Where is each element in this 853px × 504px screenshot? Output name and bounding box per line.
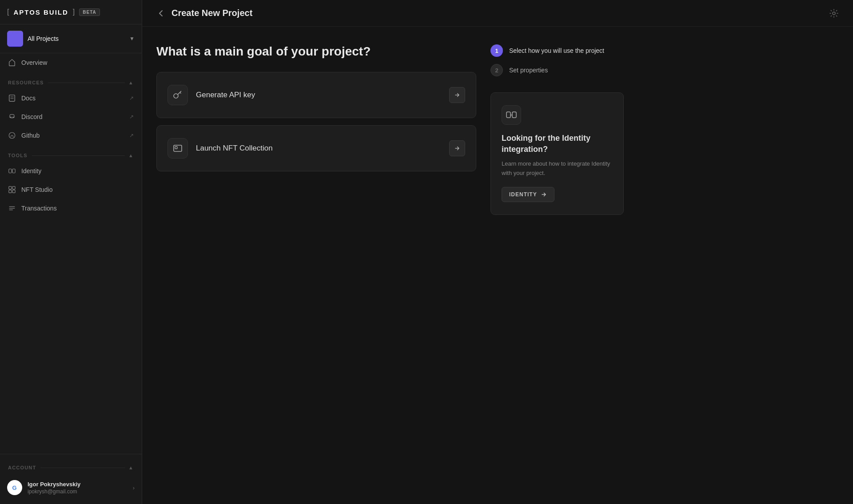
resources-label: RESOURCES [8,80,44,85]
option-generate-api-key[interactable]: Generate API key [156,72,476,118]
sidebar-item-discord[interactable]: Discord ↗ [0,107,142,126]
avatar: G [7,480,22,495]
sidebar-item-nft-studio[interactable]: NFT Studio [0,180,142,199]
chevron-up-icon[interactable]: ▲ [128,80,134,85]
step-1-number: 1 [490,44,503,57]
svg-rect-22 [506,112,510,118]
logo-text: APTOS BUILD [13,8,68,16]
logo-bracket-left: [ [7,8,9,16]
home-icon [8,59,16,67]
step-1-label: Select how you will use the project [509,47,604,54]
steps-list: 1 Select how you will use the project 2 … [490,44,624,76]
overview-label: Overview [21,59,47,66]
discord-icon [8,113,16,121]
chevron-down-icon: ▼ [129,36,135,42]
sidebar-item-github[interactable]: Github ↗ [0,126,142,145]
account-section-header: ACCOUNT ▲ [0,457,142,474]
top-bar: Create New Project [142,0,853,27]
identity-card-icon [502,105,521,125]
transactions-label: Transactions [21,205,57,212]
user-name: Igor Pokryshevskiy [28,481,128,488]
transactions-icon [8,204,16,212]
chevron-up-icon[interactable]: ▲ [128,465,134,470]
main-content: Create New Project What is a main goal o… [142,0,853,504]
svg-rect-12 [12,190,15,193]
all-projects-label: All Projects [28,35,125,42]
identity-card-title: Looking for the Identity integration? [502,133,613,155]
docs-icon [8,94,16,102]
step-2: 2 Set properties [490,64,624,76]
page-title: Create New Project [171,8,252,18]
all-projects-button[interactable]: All Projects ▼ [0,24,142,53]
arrow-icon [449,140,465,156]
sidebar: [ APTOS BUILD ] BETA All Projects ▼ Over… [0,0,142,504]
launch-nft-label: Launch NFT Collection [196,144,441,153]
identity-icon [8,167,16,175]
logo-bracket-right: ] [73,8,75,16]
svg-rect-10 [12,187,15,189]
svg-rect-9 [9,187,12,189]
docs-label: Docs [21,95,36,102]
settings-icon[interactable] [829,8,839,18]
discord-label: Discord [21,113,42,120]
svg-text:G: G [12,484,17,491]
external-link-icon: ↗ [129,95,134,101]
svg-point-19 [174,94,178,98]
back-button[interactable] [156,9,165,18]
nft-studio-icon [8,186,16,194]
identity-label: Identity [21,167,41,175]
project-icon [7,31,23,47]
github-icon [8,131,16,139]
svg-rect-6 [9,169,12,173]
tools-label: TOOLS [8,153,28,158]
user-info: Igor Pokryshevskiy ipokrysh@gmail.com [28,481,128,495]
sidebar-item-docs[interactable]: Docs ↗ [0,89,142,107]
arrow-icon [449,87,465,103]
right-panel: 1 Select how you will use the project 2 … [490,44,624,490]
top-bar-left: Create New Project [156,8,252,18]
user-row[interactable]: G Igor Pokryshevskiy ipokrysh@gmail.com … [0,474,142,501]
nft-icon [167,138,188,159]
beta-badge: BETA [79,8,100,16]
sidebar-logo: [ APTOS BUILD ] BETA [0,0,142,24]
step-1: 1 Select how you will use the project [490,44,624,57]
option-launch-nft[interactable]: Launch NFT Collection [156,125,476,171]
account-label: ACCOUNT [8,465,36,470]
identity-card-description: Learn more about how to integrate Identi… [502,159,613,178]
svg-rect-11 [9,190,12,193]
main-panel: What is a main goal of your project? Gen… [156,44,476,490]
section-divider [48,83,124,83]
sidebar-item-identity[interactable]: Identity [0,162,142,180]
question-title: What is a main goal of your project? [156,44,476,59]
user-chevron-icon: › [133,484,135,491]
sidebar-item-transactions[interactable]: Transactions [0,199,142,218]
github-label: Github [21,132,40,139]
user-email: ipokrysh@gmail.com [28,488,128,495]
svg-rect-21 [175,147,177,149]
svg-rect-23 [512,112,516,118]
svg-rect-0 [9,95,15,101]
nft-studio-label: NFT Studio [21,186,53,193]
tools-section-header: TOOLS ▲ [0,145,142,162]
identity-button[interactable]: IDENTITY [502,187,554,202]
sidebar-item-overview[interactable]: Overview [0,53,142,72]
content-wrapper: What is a main goal of your project? Gen… [142,27,853,504]
key-icon [167,85,188,105]
external-link-icon: ↗ [129,132,134,139]
svg-rect-7 [12,169,15,173]
step-2-label: Set properties [509,67,548,74]
generate-api-key-label: Generate API key [196,91,441,99]
identity-card: Looking for the Identity integration? Le… [490,92,624,215]
svg-point-18 [833,12,835,15]
account-section: ACCOUNT ▲ G Igor Pokryshevskiy ipokrysh@… [0,454,142,504]
chevron-up-icon[interactable]: ▲ [128,153,134,158]
identity-button-label: IDENTITY [509,191,537,198]
section-divider [32,155,125,156]
section-divider [40,468,125,468]
resources-section-header: RESOURCES ▲ [0,72,142,89]
external-link-icon: ↗ [129,114,134,120]
step-2-number: 2 [490,64,503,76]
